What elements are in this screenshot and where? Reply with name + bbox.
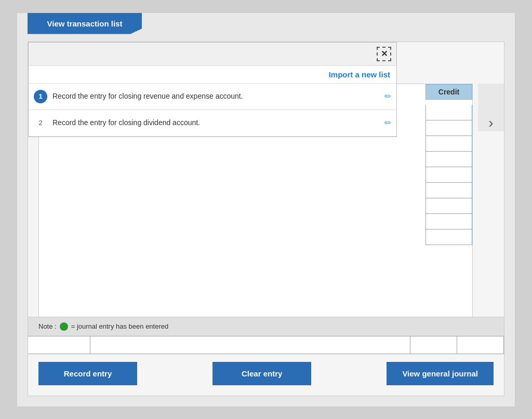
input-cell-4[interactable] — [457, 336, 504, 354]
table-lines — [425, 105, 472, 245]
view-general-journal-button[interactable]: View general journal — [387, 362, 494, 385]
input-cell-2[interactable] — [90, 336, 410, 354]
entry-item-1: 1 Record the entry for closing revenue a… — [29, 84, 396, 110]
table-row-line-1 — [425, 105, 472, 120]
green-dot-icon — [60, 322, 68, 331]
entry-item-2: 2 Record the entry for closing dividend … — [29, 110, 396, 137]
view-transaction-button[interactable]: View transaction list — [28, 13, 142, 34]
table-row-line-4 — [425, 152, 472, 167]
entry-number-2: 2 — [34, 116, 47, 130]
edit-icon-1[interactable]: ✏ — [384, 91, 391, 101]
input-cell-1[interactable] — [28, 336, 90, 354]
table-row-line-8 — [425, 214, 472, 229]
note-label: Note : — [38, 322, 57, 330]
clear-entry-button[interactable]: Clear entry — [212, 362, 311, 385]
note-bar: Note : = journal entry has been entered — [28, 317, 504, 336]
chevron-button[interactable]: › — [488, 115, 493, 131]
table-row-line-3 — [425, 136, 472, 152]
import-link[interactable]: Import a new list — [29, 66, 396, 84]
chevron-panel: › — [478, 84, 504, 131]
dropdown-header: ✕ — [29, 43, 396, 66]
note-legend: = journal entry has been entered — [71, 322, 169, 330]
edit-icon-2[interactable]: ✏ — [384, 118, 391, 128]
record-entry-button[interactable]: Record entry — [38, 362, 137, 385]
close-button[interactable]: ✕ — [377, 47, 391, 61]
action-buttons: Record entry Clear entry View general jo… — [28, 362, 504, 385]
outer-container: View transaction list ✕ Import a new lis… — [17, 12, 515, 407]
table-row-line-9 — [425, 229, 472, 245]
table-row-line-2 — [425, 120, 472, 136]
entry-text-1: Record the entry for closing revenue and… — [52, 91, 379, 102]
credit-column-header: Credit — [425, 84, 472, 100]
entry-number-1: 1 — [34, 90, 47, 103]
main-panel: ✕ Import a new list 1 Record the entry f… — [28, 42, 504, 396]
dropdown-panel: ✕ Import a new list 1 Record the entry f… — [28, 42, 397, 137]
entry-text-2: Record the entry for closing dividend ac… — [52, 118, 379, 128]
table-row-line-7 — [425, 198, 472, 214]
input-cell-3[interactable] — [410, 336, 457, 354]
table-row-line-5 — [425, 167, 472, 183]
table-row-line-6 — [425, 183, 472, 198]
bottom-input-row — [28, 336, 504, 354]
